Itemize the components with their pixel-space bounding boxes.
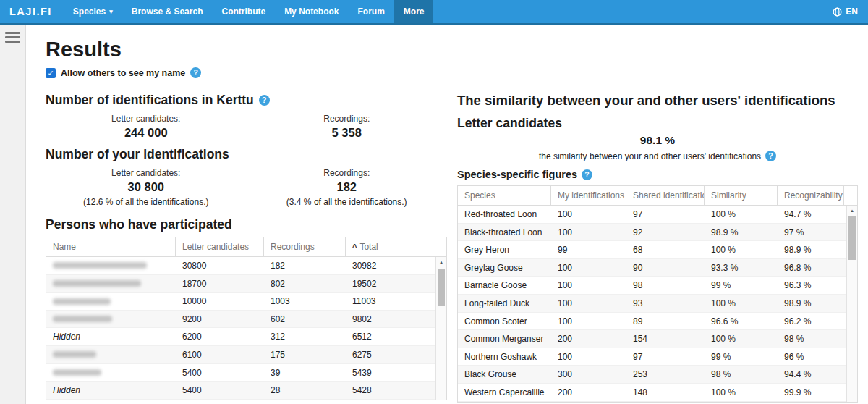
scroll-up-icon[interactable]: ▴	[436, 257, 446, 266]
species-name-cell: Long-tailed Duck	[458, 295, 551, 312]
col-header-recordings[interactable]: Recordings	[264, 237, 346, 256]
species-figures-heading: Species-specific figures ?	[457, 169, 858, 180]
scrollbar-thumb[interactable]	[438, 269, 445, 306]
letter-candidates-cell: 5400	[176, 364, 264, 382]
persons-table: Name Letter candidates Recordings ^Total…	[46, 237, 447, 400]
letter-candidates-cell: 10000	[176, 293, 264, 310]
nav-more[interactable]: More	[394, 0, 434, 23]
species-row: Barnacle Goose1009899 %96.3 %	[458, 277, 857, 295]
letter-candidates-cell: 30800	[176, 257, 264, 274]
species-row: Western Capercaillie200148100 %99.9 %	[458, 384, 857, 402]
col-header-recognizability[interactable]: Recognizability	[778, 186, 844, 205]
species-name-cell: Common Scoter	[458, 313, 551, 330]
recordings-cell: 802	[264, 275, 346, 293]
recognizability-cell: 94.4 %	[778, 366, 857, 383]
col-header-name[interactable]: Name	[46, 237, 176, 256]
scroll-up-icon[interactable]: ▴	[847, 206, 857, 215]
similarity-cell: 100 %	[705, 330, 778, 348]
scrollbar-thumb[interactable]	[848, 216, 856, 260]
species-row: Black-throated Loon1009298.9 %97 %	[458, 224, 857, 242]
nav-browse-search[interactable]: Browse & Search	[122, 0, 213, 23]
similarity-heading: The similarity between your and other us…	[457, 93, 858, 109]
person-name-cell: Hidden	[46, 328, 176, 345]
similarity-cell: 100 %	[705, 295, 778, 312]
person-row: 61001756275	[46, 346, 446, 364]
help-icon[interactable]: ?	[190, 67, 201, 78]
species-figures-heading-text: Species-specific figures	[457, 169, 577, 180]
app-root: LAJI.FI Species ▾ Browse & Search Contri…	[0, 0, 868, 404]
recognizability-cell: 99.9 %	[778, 384, 857, 401]
person-name-cell	[46, 364, 176, 382]
species-name-cell: Black Grouse	[458, 366, 551, 383]
my-identifications-cell: 100	[551, 224, 626, 241]
stat-value: 244 000	[46, 126, 247, 140]
nav-my-notebook[interactable]: My Notebook	[275, 0, 348, 23]
persons-table-header: Name Letter candidates Recordings ^Total	[46, 237, 446, 257]
letter-candidates-cell: 18700	[176, 275, 264, 293]
shared-identifications-cell: 68	[626, 241, 705, 258]
menu-icon[interactable]	[5, 32, 20, 43]
shared-identifications-cell: 89	[626, 313, 705, 330]
letter-candidates-cell: 5400	[176, 382, 264, 399]
nav-forum[interactable]: Forum	[348, 0, 393, 23]
similarity-cell: 96.6 %	[705, 313, 778, 330]
person-row: Hidden5400285428	[46, 382, 446, 400]
similarity-cell: 99 %	[705, 348, 778, 366]
kerttu-stats-heading-text: Number of identifications in Kerttu	[46, 93, 254, 108]
col-header-letter-candidates[interactable]: Letter candidates	[176, 237, 264, 256]
recognizability-cell: 98 %	[778, 330, 857, 348]
col-header-species[interactable]: Species	[458, 186, 551, 205]
similarity-caption-text: the similarity between your and other us…	[539, 151, 761, 161]
col-header-similarity[interactable]: Similarity	[705, 186, 778, 205]
my-identifications-cell: 200	[551, 330, 626, 348]
language-switcher[interactable]: EN	[822, 0, 868, 23]
page-title: Results	[46, 38, 858, 62]
col-header-total-label: Total	[359, 242, 378, 252]
shared-identifications-cell: 92	[626, 224, 705, 241]
person-row: Hidden62003126512	[46, 328, 446, 346]
species-table-scrollbar[interactable]: ▴	[846, 206, 857, 402]
stat-label: Recordings:	[247, 168, 448, 178]
allow-name-label: Allow others to see my name	[61, 68, 185, 78]
stat-label: Letter candidates:	[46, 114, 247, 124]
species-row: Grey Heron9968100 %98.9 %	[458, 241, 857, 259]
recordings-cell: 175	[264, 346, 346, 363]
person-name-cell	[46, 257, 176, 274]
help-icon[interactable]: ?	[765, 151, 776, 161]
person-name-cell	[46, 293, 176, 310]
similarity-cell: 98.9 %	[705, 224, 778, 241]
right-column: The similarity between your and other us…	[457, 87, 858, 403]
my-identifications-cell: 200	[551, 384, 626, 401]
recordings-cell: 39	[264, 364, 346, 382]
nav-species[interactable]: Species ▾	[64, 0, 122, 23]
help-icon[interactable]: ?	[259, 95, 270, 106]
col-header-my-identifications[interactable]: My identifications	[551, 186, 626, 205]
stat-value: 30 800	[46, 180, 247, 194]
letter-candidates-cell: 6100	[176, 346, 264, 363]
laji-fi-logo[interactable]: LAJI.FI	[0, 0, 64, 23]
recordings-cell: 182	[264, 257, 346, 274]
species-table-body: Red-throated Loon10097100 %94.7 %Black-t…	[458, 206, 857, 402]
scrollbar-header-spacer	[844, 186, 857, 205]
recognizability-cell: 94.7 %	[778, 206, 857, 223]
blurred-name	[53, 351, 96, 358]
stat-note: (3.4 % of all the identifications.)	[247, 197, 448, 207]
col-header-shared-identifications[interactable]: Shared identifications	[626, 186, 705, 205]
persons-table-scrollbar[interactable]: ▴	[435, 257, 446, 400]
nav-contribute[interactable]: Contribute	[212, 0, 275, 23]
your-stats: Letter candidates: 30 800 (12.6 % of all…	[46, 168, 447, 207]
allow-name-checkbox[interactable]: ✓	[46, 68, 56, 78]
persons-table-body: 3080018230982187008021950210000100311003…	[46, 257, 446, 400]
stat-value: 182	[247, 180, 448, 194]
scrollbar-header-spacer	[433, 237, 446, 256]
recordings-cell: 28	[264, 382, 346, 399]
col-header-total[interactable]: ^Total	[346, 237, 433, 256]
species-row: Greylag Goose1009093.3 %96.8 %	[458, 259, 857, 277]
two-columns: Number of identifications in Kerttu ? Le…	[46, 87, 858, 403]
kerttu-stats-heading: Number of identifications in Kerttu ?	[46, 93, 447, 108]
your-stats-heading: Number of your identifications	[46, 147, 447, 162]
species-row: Black Grouse30025398 %94.4 %	[458, 366, 857, 384]
similarity-cell: 98 %	[705, 366, 778, 383]
stat-label: Recordings:	[247, 114, 448, 124]
help-icon[interactable]: ?	[582, 169, 592, 180]
